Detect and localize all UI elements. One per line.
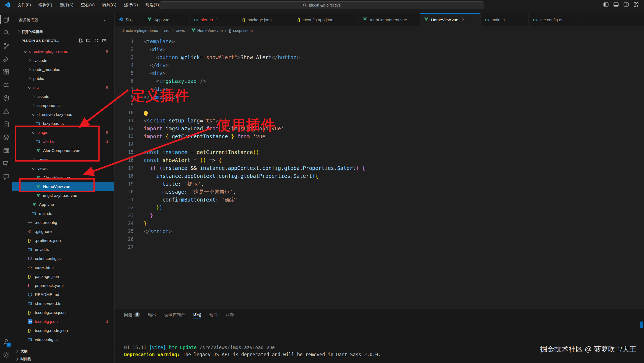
devices-icon[interactable] xyxy=(0,157,12,170)
tree-item-lazy-load.ts[interactable]: TSlazy-load.ts xyxy=(12,119,114,128)
source-control-icon[interactable] xyxy=(0,39,12,52)
tab-vite.config.ts[interactable]: TSvite.config.ts xyxy=(529,13,582,26)
tree-item-.editorconfig[interactable]: .editorconfig xyxy=(12,218,114,227)
settings-gear-icon[interactable] xyxy=(0,348,12,361)
tree-item-HomeView.vue[interactable]: HomeView.vue xyxy=(12,182,114,191)
code-line-23[interactable]: 23 } xyxy=(115,212,644,220)
code-line-18[interactable]: 18 instance.appContext.config.globalProp… xyxy=(115,172,644,180)
panel-tab-问题[interactable]: 问题5 xyxy=(124,308,140,321)
code-line-7[interactable]: 7 </div> xyxy=(115,85,644,93)
tree-item-assets[interactable]: assets xyxy=(12,92,114,101)
breadcrumb-item-scriptsetup[interactable]: {}script setup xyxy=(229,28,253,33)
code-line-25[interactable]: 25</script> xyxy=(115,227,644,235)
layers-icon[interactable] xyxy=(0,131,12,144)
lightbulb-icon[interactable] xyxy=(144,111,148,115)
code-line-8[interactable]: 8</template> xyxy=(115,93,644,101)
refresh-icon[interactable] xyxy=(94,38,99,44)
panel-tab-输出[interactable]: 输出 xyxy=(148,308,156,321)
code-line-1[interactable]: 1<template> xyxy=(115,38,644,46)
tree-item-tsconfig.node.json[interactable]: {}tsconfig.node.json xyxy=(12,326,114,335)
tree-item-directive-plugin-demo[interactable]: directive-plugin-demo xyxy=(12,47,114,56)
code-line-5[interactable]: 5 <div> xyxy=(115,69,644,77)
code-line-19[interactable]: 19 title: '提示', xyxy=(115,180,644,188)
code-line-13[interactable]: 13import { getCurrentInstance } from 'vu… xyxy=(115,133,644,140)
tree-item-App.vue[interactable]: App.vue xyxy=(12,200,114,209)
tree-item-directivelazy-load[interactable]: directive \ lazy-load xyxy=(12,110,114,119)
tree-item-.gitignore[interactable]: .gitignore xyxy=(12,227,114,236)
code-line-12[interactable]: 12import imgsLazyLoad from './imgsLazyLo… xyxy=(115,125,644,133)
open-editors-section[interactable]: 打开的编辑器 xyxy=(12,27,114,36)
code-line-22[interactable]: 22 }) xyxy=(115,204,644,212)
tab-tsconfig.app.json[interactable]: {}tsconfig.app.json xyxy=(293,13,359,26)
panel-tab-注释[interactable]: 注释 xyxy=(226,308,234,321)
new-file-icon[interactable] xyxy=(78,38,83,44)
tree-item-pnpm-lock.yaml[interactable]: !pnpm-lock.yaml xyxy=(12,281,114,290)
toggle-secondary-sidebar-icon[interactable] xyxy=(623,2,629,7)
project-section-header[interactable]: PLUGIN && DIRECTI... xyxy=(12,36,114,45)
terminal-output[interactable]: 01:15:11 [vite] hmr update /src/views/im… xyxy=(124,344,381,358)
code-editor[interactable]: 1<template>2 <div>3 <button @click="show… xyxy=(115,35,644,251)
tree-item-plugin[interactable]: plugin xyxy=(12,128,114,137)
tree-item-router[interactable]: router xyxy=(12,155,114,164)
search-icon[interactable] xyxy=(0,26,12,39)
deploy-icon[interactable] xyxy=(0,105,12,118)
menu-t[interactable]: 终端(T) xyxy=(142,1,162,9)
panel-tab-端口[interactable]: 端口 xyxy=(209,308,218,321)
code-line-21[interactable]: 21 confirmButtonText: '确定' xyxy=(115,196,644,204)
tree-item-env.d.ts[interactable]: TSenv.d.ts xyxy=(12,245,114,254)
code-line-11[interactable]: 11<script setup lang="ts"> xyxy=(115,117,644,125)
remote-icon[interactable] xyxy=(0,79,12,92)
menu-e[interactable]: 编辑(E) xyxy=(35,1,55,9)
panel-tab-调试控制台[interactable]: 调试控制台 xyxy=(164,308,185,321)
code-line-26[interactable]: 26 xyxy=(115,235,644,243)
comments-icon[interactable] xyxy=(0,170,12,183)
tree-item-tsconfig.json[interactable]: TStsconfig.json2 xyxy=(12,317,114,326)
database-icon[interactable] xyxy=(0,118,12,131)
tree-item-package.json[interactable]: {}package.json xyxy=(12,272,114,281)
breadcrumb-item-src[interactable]: src xyxy=(164,28,169,33)
code-line-24[interactable]: 24} xyxy=(115,220,644,227)
tree-item-main.ts[interactable]: TSmain.ts xyxy=(12,209,114,218)
collapse-all-icon[interactable] xyxy=(102,38,107,44)
explorer-icon[interactable] xyxy=(0,13,12,26)
tree-item-AlertComponent.vue[interactable]: AlertComponent.vue xyxy=(12,146,114,155)
menu-v[interactable]: 查看(V) xyxy=(78,1,98,9)
tree-item-views[interactable]: views xyxy=(12,164,114,173)
toggle-primary-sidebar-icon[interactable] xyxy=(603,2,609,7)
tree-item-tsconfig.app.json[interactable]: {}tsconfig.app.json xyxy=(12,308,114,317)
package-icon[interactable] xyxy=(0,92,12,105)
outline-section[interactable]: 大纲 xyxy=(12,347,114,355)
extensions-icon[interactable] xyxy=(0,65,12,79)
tree-item-index.html[interactable]: <>index.html xyxy=(12,263,114,272)
tab-[interactable]: 欢迎 xyxy=(115,13,143,26)
container-icon[interactable] xyxy=(0,144,12,157)
tree-item-imgsLazyLoad.vue[interactable]: imgsLazyLoad.vue xyxy=(12,191,114,200)
tree-item-README.md[interactable]: iREADME.md xyxy=(12,290,114,299)
tab-AlertComponent.vue[interactable]: AlertComponent.vue xyxy=(359,13,420,26)
customize-layout-icon[interactable] xyxy=(633,2,639,7)
toggle-panel-icon[interactable] xyxy=(613,2,619,7)
tree-item-shims-vue.d.ts[interactable]: TSshims-vue.d.ts xyxy=(12,299,114,308)
account-icon[interactable]: 1 xyxy=(0,335,12,348)
code-line-2[interactable]: 2 <div> xyxy=(115,46,644,53)
breadcrumb-item-views[interactable]: views xyxy=(175,28,185,33)
code-line-9[interactable]: 9 xyxy=(115,101,644,109)
menu-g[interactable]: 转到(G) xyxy=(99,1,120,9)
new-folder-icon[interactable] xyxy=(86,38,91,44)
timeline-section[interactable]: 时间线 xyxy=(12,355,114,363)
run-debug-icon[interactable] xyxy=(0,52,12,65)
code-line-15[interactable]: 15const instance = getCurrentInstance() xyxy=(115,148,644,156)
tree-item-src[interactable]: src xyxy=(12,83,114,92)
tree-item-public[interactable]: public xyxy=(12,74,114,83)
tree-item-vite.config.ts[interactable]: TSvite.config.ts xyxy=(12,335,114,344)
code-line-14[interactable]: 14 xyxy=(115,140,644,148)
tree-item-eslint.config.js[interactable]: eslint.config.js xyxy=(12,254,114,263)
tab-package.json[interactable]: {}package.json xyxy=(238,13,293,26)
code-line-16[interactable]: 16const showAlert = () => { xyxy=(115,156,644,164)
breadcrumb-item-directive-plugin-demo[interactable]: directive-plugin-demo xyxy=(122,28,158,33)
code-line-27[interactable]: 27 xyxy=(115,243,644,251)
terminal-scrollbar[interactable] xyxy=(640,322,643,328)
tab-HomeView.vue[interactable]: HomeView.vue× xyxy=(420,13,481,26)
command-center-search[interactable]: plugin && directive xyxy=(160,1,484,9)
code-line-10[interactable]: 10 xyxy=(115,109,644,117)
